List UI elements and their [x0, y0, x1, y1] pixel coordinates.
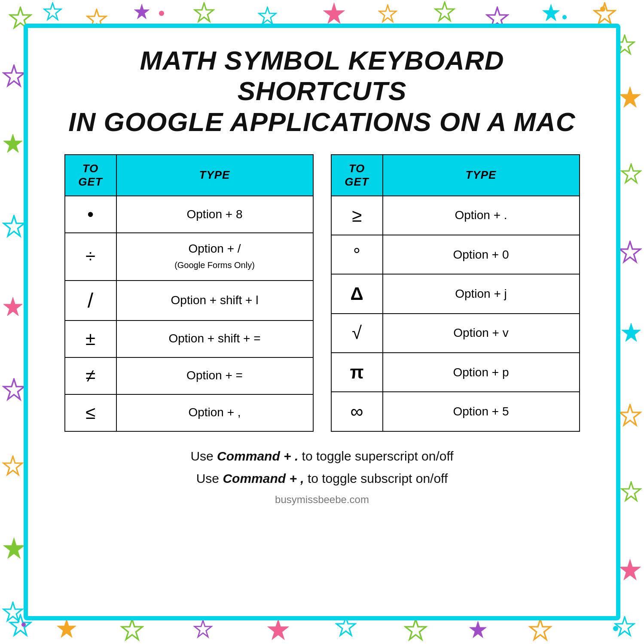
svg-marker-18 — [3, 456, 22, 475]
table-right: TO GET TYPE ≥ Option + . ° Option + 0 Δ — [331, 154, 580, 432]
deco-star-right-2 — [620, 163, 642, 185]
svg-marker-23 — [620, 241, 640, 262]
type-degree: Option + 0 — [383, 235, 580, 274]
deco-star-right-7 — [618, 559, 642, 582]
background: MATH SYMBOL KEYBOARD SHORTCUTS IN GOOGLE… — [0, 0, 644, 644]
svg-marker-14 — [3, 134, 22, 153]
deco-star-left-2 — [2, 133, 24, 155]
type-plusminus: Option + shift + = — [116, 320, 313, 357]
svg-marker-29 — [57, 619, 76, 638]
symbol-divide: ÷ — [65, 233, 116, 281]
symbol-bullet: • — [65, 196, 116, 233]
symbol-notequal: ≠ — [65, 357, 116, 394]
svg-marker-24 — [622, 323, 641, 342]
deco-star-right-6 — [620, 481, 642, 503]
svg-marker-16 — [3, 297, 22, 316]
svg-marker-25 — [620, 405, 640, 425]
deco-star-9 — [434, 1, 455, 23]
main-card: MATH SYMBOL KEYBOARD SHORTCUTS IN GOOGLE… — [24, 24, 620, 620]
deco-star-11 — [541, 3, 561, 23]
deco-star-bot-9 — [528, 618, 552, 642]
table-row: √ Option + v — [331, 314, 580, 353]
deco-star-left-8 — [2, 601, 24, 623]
right-header-type: TYPE — [383, 155, 580, 196]
table-left: TO GET TYPE • Option + 8 ÷ Option + /(Go… — [64, 154, 314, 432]
deco-star-bot-8 — [468, 620, 488, 640]
left-header-type: TYPE — [116, 155, 313, 196]
deco-star-bot-7 — [404, 618, 427, 642]
svg-marker-27 — [620, 559, 640, 580]
svg-marker-30 — [122, 619, 142, 639]
table-row: ≠ Option + = — [65, 357, 313, 394]
table-row: π Option + p — [331, 353, 580, 392]
dot-2 — [562, 15, 567, 19]
svg-marker-3 — [134, 4, 149, 19]
dot-4 — [21, 623, 26, 627]
svg-marker-32 — [268, 619, 288, 639]
deco-star-bot-4 — [193, 620, 213, 639]
deco-star-12 — [593, 2, 617, 26]
tables-container: TO GET TYPE • Option + 8 ÷ Option + /(Go… — [54, 154, 590, 432]
svg-marker-26 — [622, 482, 641, 501]
dot-5 — [613, 626, 618, 631]
deco-star-right-3 — [618, 241, 642, 264]
svg-marker-22 — [622, 164, 641, 183]
svg-marker-17 — [3, 379, 24, 399]
symbol-geq: ≥ — [331, 196, 383, 235]
deco-star-5 — [193, 2, 215, 24]
symbol-delta: Δ — [331, 274, 383, 313]
svg-marker-5 — [259, 7, 276, 24]
svg-marker-36 — [530, 619, 550, 639]
page-title: MATH SYMBOL KEYBOARD SHORTCUTS IN GOOGLE… — [54, 45, 590, 137]
type-pi: Option + p — [383, 353, 580, 392]
svg-marker-20 — [3, 602, 22, 621]
svg-marker-1 — [44, 3, 61, 20]
deco-star-4 — [133, 3, 150, 21]
deco-star-left-1 — [2, 64, 26, 88]
svg-marker-19 — [3, 538, 24, 558]
deco-star-2 — [43, 2, 62, 21]
deco-star-8 — [378, 4, 397, 24]
type-leq: Option + , — [116, 394, 313, 431]
table-row: ± Option + shift + = — [65, 320, 313, 357]
svg-marker-11 — [594, 3, 615, 23]
table-row: ∞ Option + 5 — [331, 392, 580, 431]
table-row: ° Option + 0 — [331, 235, 580, 274]
note-subscript-command: Command + , — [223, 471, 304, 485]
type-geq: Option + . — [383, 196, 580, 235]
deco-star-left-7 — [2, 537, 26, 561]
deco-star-6 — [258, 6, 277, 26]
symbol-pi: π — [331, 353, 383, 392]
svg-marker-21 — [620, 87, 640, 107]
symbol-degree: ° — [331, 235, 383, 274]
deco-star-left-6 — [2, 455, 24, 477]
dot-1 — [159, 11, 164, 16]
note-superscript-command: Command + . — [217, 449, 298, 463]
svg-marker-7 — [379, 5, 397, 22]
type-notequal: Option + = — [116, 357, 313, 394]
right-header-toget: TO GET — [331, 155, 383, 196]
note-subscript: Use Command + , to toggle subscript on/o… — [190, 471, 453, 486]
type-slash: Option + shift + l — [116, 281, 313, 320]
deco-star-left-3 — [2, 215, 26, 238]
svg-marker-13 — [3, 65, 24, 85]
type-divide: Option + /(Google Forms Only) — [116, 233, 313, 281]
table-row: ÷ Option + /(Google Forms Only) — [65, 233, 313, 281]
symbol-slash: / — [65, 281, 116, 320]
symbol-plusminus: ± — [65, 320, 116, 357]
deco-star-bot-2 — [56, 618, 77, 640]
symbol-sqrt: √ — [331, 314, 383, 353]
table-row: Δ Option + j — [331, 274, 580, 313]
svg-marker-4 — [195, 3, 214, 21]
svg-marker-15 — [3, 216, 24, 236]
svg-marker-6 — [324, 3, 344, 23]
note-superscript: Use Command + . to toggle superscript on… — [190, 449, 453, 464]
deco-star-bot-5 — [266, 618, 290, 642]
left-header-toget: TO GET — [65, 155, 116, 196]
type-infinity: Option + 5 — [383, 392, 580, 431]
symbol-leq: ≤ — [65, 394, 116, 431]
svg-marker-10 — [543, 4, 560, 21]
deco-star-right-4 — [620, 322, 642, 344]
type-delta: Option + j — [383, 274, 580, 313]
deco-star-bot-3 — [120, 618, 144, 642]
